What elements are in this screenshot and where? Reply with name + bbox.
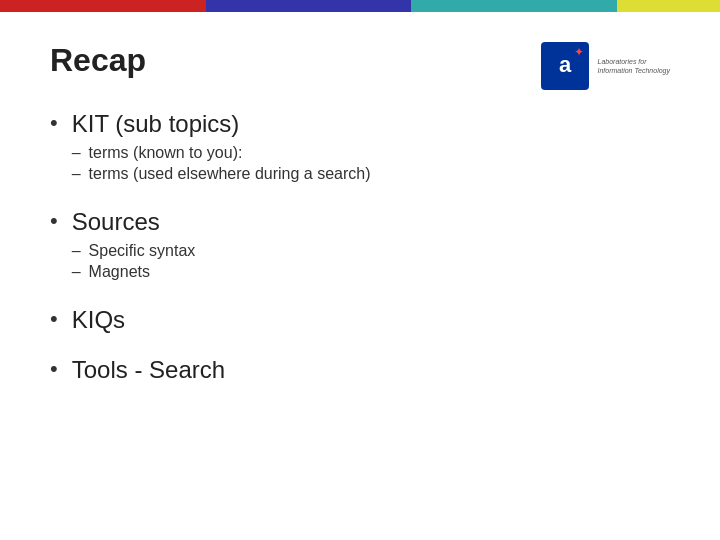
bar-yellow: [617, 0, 720, 12]
sub-dash: –: [72, 165, 81, 183]
logo-text-line2: Information Technology: [597, 66, 670, 75]
bullet-item-tools: • Tools - Search: [50, 356, 670, 384]
bullet-content-kit: KIT (sub topics) – terms (known to you):…: [72, 110, 371, 186]
bullet-item-kit: • KIT (sub topics) – terms (known to you…: [50, 110, 670, 186]
slide-title: Recap: [50, 42, 146, 79]
bullet-dot-kit: •: [50, 112, 58, 134]
bullet-list: • KIT (sub topics) – terms (known to you…: [50, 110, 670, 384]
logo-area: a ✦ Laboratories for Information Technol…: [541, 42, 670, 90]
slide-content: Recap a ✦ Laboratories for Information T…: [0, 12, 720, 426]
sub-item-sources-1: Specific syntax: [89, 242, 196, 260]
bullet-label-kit: KIT (sub topics): [72, 110, 240, 137]
list-item: – Magnets: [72, 263, 196, 281]
logo-text-line1: Laboratories for: [597, 57, 670, 66]
bar-teal: [411, 0, 617, 12]
bullet-item-sources: • Sources – Specific syntax – Magnets: [50, 208, 670, 284]
header-row: Recap a ✦ Laboratories for Information T…: [50, 42, 670, 90]
bullet-item-kiqs: • KIQs: [50, 306, 670, 334]
astar-logo-icon: a ✦: [541, 42, 589, 90]
sub-list-kit: – terms (known to you): – terms (used el…: [72, 144, 371, 183]
sub-item-kit-1: terms (known to you):: [89, 144, 243, 162]
top-color-bar: [0, 0, 720, 12]
sub-dash: –: [72, 263, 81, 281]
bullet-content-tools: Tools - Search: [72, 356, 225, 384]
sub-item-sources-2: Magnets: [89, 263, 150, 281]
bullet-label-sources: Sources: [72, 208, 160, 235]
sub-item-kit-2: terms (used elsewhere during a search): [89, 165, 371, 183]
list-item: – Specific syntax: [72, 242, 196, 260]
bullet-dot-kiqs: •: [50, 308, 58, 330]
sub-dash: –: [72, 144, 81, 162]
bar-red: [0, 0, 206, 12]
bullet-label-tools: Tools - Search: [72, 356, 225, 383]
bar-blue: [206, 0, 412, 12]
svg-text:✦: ✦: [574, 45, 584, 59]
bullet-dot-sources: •: [50, 210, 58, 232]
list-item: – terms (used elsewhere during a search): [72, 165, 371, 183]
bullet-content-sources: Sources – Specific syntax – Magnets: [72, 208, 196, 284]
sub-dash: –: [72, 242, 81, 260]
list-item: – terms (known to you):: [72, 144, 371, 162]
svg-text:a: a: [559, 52, 572, 77]
sub-list-sources: – Specific syntax – Magnets: [72, 242, 196, 281]
bullet-dot-tools: •: [50, 358, 58, 380]
bullet-label-kiqs: KIQs: [72, 306, 125, 333]
logo-text: Laboratories for Information Technology: [597, 57, 670, 75]
bullet-content-kiqs: KIQs: [72, 306, 125, 334]
